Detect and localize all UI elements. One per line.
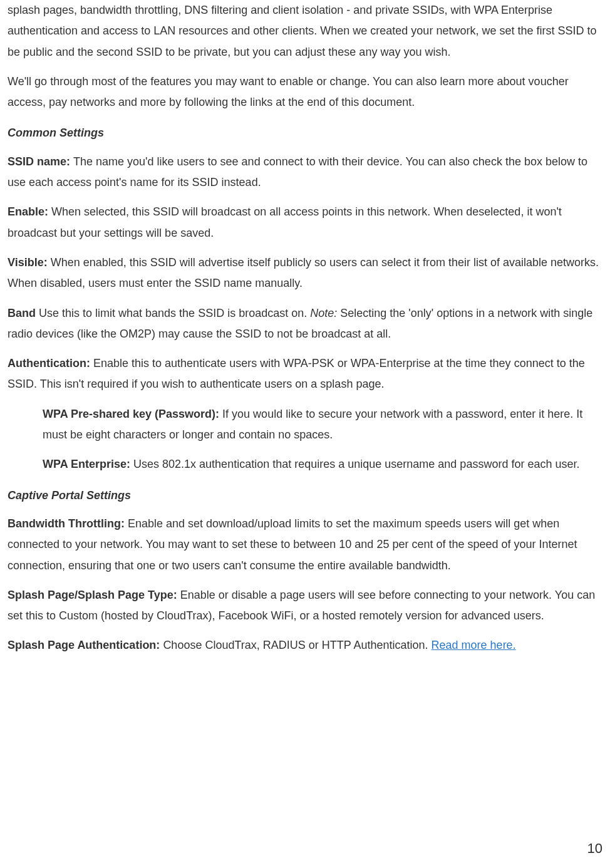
paragraph-authentication: Authentication: Enable this to authentic…	[8, 353, 602, 395]
authentication-label: Authentication:	[8, 357, 93, 369]
splash-auth-label: Splash Page Authentication:	[8, 639, 163, 651]
splash-auth-text: Choose CloudTrax, RADIUS or HTTP Authent…	[163, 639, 431, 651]
paragraph-visible: Visible: When enabled, this SSID will ad…	[8, 252, 602, 294]
heading-captive-portal: Captive Portal Settings	[8, 485, 602, 506]
authentication-text: Enable this to authenticate users with W…	[8, 357, 585, 390]
ssid-name-label: SSID name:	[8, 155, 73, 168]
enable-text: When selected, this SSID will broadcast …	[8, 205, 562, 239]
wpa-enterprise-label: WPA Enterprise:	[43, 458, 133, 470]
paragraph-wpa-psk: WPA Pre-shared key (Password): If you wo…	[43, 404, 602, 446]
visible-label: Visible:	[8, 256, 51, 269]
wpa-enterprise-text: Uses 802.1x authentication that requires…	[133, 458, 579, 470]
ssid-name-text: The name you'd like users to see and con…	[8, 155, 587, 189]
paragraph-enable: Enable: When selected, this SSID will br…	[8, 202, 602, 244]
paragraph-splash: Splash Page/Splash Page Type: Enable or …	[8, 585, 602, 627]
enable-label: Enable:	[8, 205, 51, 218]
read-more-link[interactable]: Read more here.	[432, 639, 516, 651]
paragraph-bandwidth: Bandwidth Throttling: Enable and set dow…	[8, 514, 602, 576]
wpa-psk-label: WPA Pre-shared key (Password):	[43, 408, 222, 420]
page-number: 10	[587, 836, 602, 862]
paragraph-wpa-enterprise: WPA Enterprise: Uses 802.1x authenticati…	[43, 454, 602, 475]
paragraph-intro-2: We'll go through most of the features yo…	[8, 71, 602, 113]
paragraph-ssid: SSID name: The name you'd like users to …	[8, 152, 602, 194]
visible-text: When enabled, this SSID will advertise i…	[8, 256, 599, 289]
band-note-label: Note:	[310, 307, 340, 319]
band-text-1: Use this to limit what bands the SSID is…	[39, 307, 310, 319]
band-label: Band	[8, 307, 39, 319]
bandwidth-label: Bandwidth Throttling:	[8, 517, 128, 530]
paragraph-splash-auth: Splash Page Authentication: Choose Cloud…	[8, 635, 602, 656]
paragraph-band: Band Use this to limit what bands the SS…	[8, 303, 602, 345]
heading-common-settings: Common Settings	[8, 123, 602, 143]
paragraph-intro-1: splash pages, bandwidth throttling, DNS …	[8, 0, 602, 63]
splash-label: Splash Page/Splash Page Type:	[8, 589, 180, 601]
